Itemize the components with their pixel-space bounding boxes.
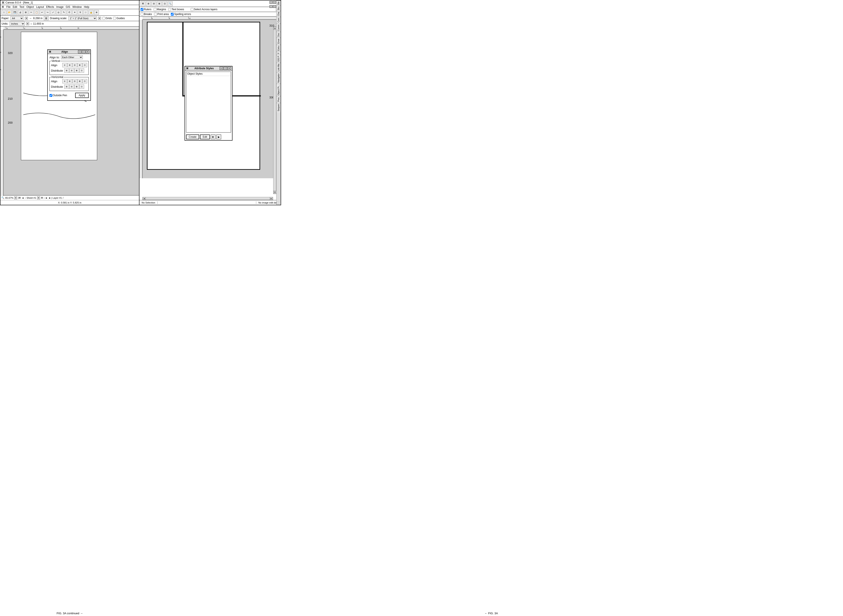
menu-edit[interactable]: Edit xyxy=(13,6,17,9)
attr-max-btn[interactable]: □ xyxy=(224,67,227,70)
toolbar-t3[interactable]: 📋 xyxy=(34,10,39,15)
drawing-scale-select[interactable]: 1" = 1" (Full Size) xyxy=(68,16,97,20)
attr-close-btn[interactable]: × xyxy=(228,67,231,70)
v-dist-btn1[interactable]: ⊞ xyxy=(64,68,69,73)
tab-sequen[interactable]: Sequen xyxy=(277,103,281,112)
sheet-fwd[interactable]: › xyxy=(44,197,45,199)
tab-comm[interactable]: Comm xyxy=(277,23,281,32)
sheet-right[interactable]: ► xyxy=(45,197,48,199)
grids-checkbox[interactable] xyxy=(102,16,105,20)
select-across-checkbox[interactable] xyxy=(191,8,193,11)
sheet-dropdown[interactable]: ▼ xyxy=(37,197,40,199)
units-select[interactable]: inches xyxy=(10,22,25,26)
win-min2[interactable]: — xyxy=(269,5,272,8)
menu-gis[interactable]: GIS xyxy=(66,6,71,9)
h-dist-btn2[interactable]: ⊟ xyxy=(69,84,74,89)
scroll-left-btn[interactable]: ◄ xyxy=(143,197,146,200)
toolbar-t10[interactable]: ✦ xyxy=(72,10,77,15)
attr-listbox[interactable]: Object Styles xyxy=(186,72,231,133)
toolbar-t6[interactable]: ⤢ xyxy=(50,10,55,15)
spelling-checkbox[interactable] xyxy=(171,13,174,16)
paper-select[interactable]: A4 xyxy=(10,16,24,20)
textboxes-checkbox[interactable] xyxy=(168,8,171,11)
right-scrollbar-v[interactable]: ▲ ▼ xyxy=(273,26,276,194)
scroll-right-btn[interactable]: ► xyxy=(270,197,273,200)
toolbar-t13[interactable]: 🔒 xyxy=(89,10,93,15)
menu-window[interactable]: Window xyxy=(72,6,82,9)
toolbar-t1[interactable]: ⊞ xyxy=(23,10,28,15)
rulers-checkbox[interactable] xyxy=(141,8,143,11)
menu-object[interactable]: Object xyxy=(26,6,34,9)
v-dist-btn3[interactable]: ⊠ xyxy=(74,68,79,73)
toolbar-t9[interactable]: ✆ xyxy=(67,10,72,15)
h-align-btn4[interactable]: ⊠ xyxy=(77,79,82,84)
h-align-btn1[interactable]: ⊘ xyxy=(62,79,67,84)
align-min-btn[interactable]: — xyxy=(78,50,81,53)
v-dist-btn4[interactable]: ⊡ xyxy=(79,68,84,73)
new-btn[interactable]: □ xyxy=(1,10,6,15)
align-close-btn[interactable]: × xyxy=(86,50,89,53)
r-toolbar-t2[interactable]: ⊞ xyxy=(146,1,151,6)
tab-extru[interactable]: Extru xyxy=(277,45,281,51)
trash-icon-btn[interactable]: 🗑 xyxy=(211,135,215,139)
toolbar-t8[interactable]: ✎ xyxy=(62,10,66,15)
tab-ble[interactable]: Ble xyxy=(277,0,281,6)
v-align-btn4[interactable]: ⊠ xyxy=(77,63,82,67)
tab-com[interactable]: Com xyxy=(277,17,281,23)
tab-navigator[interactable]: Navigator xyxy=(277,72,281,84)
tab-objectpr[interactable]: Object Pr... xyxy=(277,84,281,96)
v-align-btn3[interactable]: ⊟ xyxy=(72,63,77,67)
dropdown-arrow-scale[interactable]: ▼ xyxy=(98,17,101,20)
toolbar-t14[interactable]: ⊕ xyxy=(94,10,99,15)
dropdown-arrow-paper[interactable]: ▼ xyxy=(25,17,28,20)
arrow-icon-btn[interactable]: ▶ xyxy=(216,135,221,139)
align-max-btn[interactable]: □ xyxy=(82,50,85,53)
h-dist-btn4[interactable]: ⊡ xyxy=(79,84,84,89)
align-to-select[interactable]: Each Other xyxy=(61,55,83,59)
win-max[interactable]: □ xyxy=(273,1,276,4)
toolbar-t11[interactable]: ✞ xyxy=(78,10,82,15)
scroll-down-btn[interactable]: ▼ xyxy=(274,191,277,194)
scroll-up-btn[interactable]: ▲ xyxy=(274,27,277,30)
menu-help[interactable]: Help xyxy=(84,6,89,9)
tab-gis[interactable]: GIS P xyxy=(277,55,281,63)
h-dist-btn3[interactable]: ⊠ xyxy=(74,84,79,89)
menu-image[interactable]: Image xyxy=(56,6,63,9)
open-btn[interactable]: 📂 xyxy=(7,10,12,15)
sheet-left[interactable]: ◄ xyxy=(22,197,24,199)
menu-effects[interactable]: Effects xyxy=(46,6,54,9)
outside-pen-checkbox[interactable] xyxy=(50,94,52,97)
menu-file[interactable]: File xyxy=(6,6,10,9)
zoom-dropdown[interactable]: ▼ xyxy=(14,197,17,199)
menu-layout[interactable]: Layout xyxy=(36,6,44,9)
tab-f[interactable]: F xyxy=(277,51,281,55)
toolbar-t5[interactable]: ↪ xyxy=(45,10,50,15)
r-toolbar-t6[interactable]: 🔍 xyxy=(168,1,172,6)
right-scrollbar-h[interactable]: ◄ ► xyxy=(143,197,273,200)
print-area-checkbox[interactable] xyxy=(154,13,157,16)
v-align-btn2[interactable]: ⊞ xyxy=(67,63,72,67)
tab-enve[interactable]: Enve xyxy=(277,38,281,45)
edit-btn[interactable]: Edit xyxy=(200,135,210,139)
guides-checkbox[interactable] xyxy=(113,16,116,20)
v-align-btn1[interactable]: ⊘ xyxy=(62,63,67,67)
r-toolbar-t1[interactable]: ⌘ xyxy=(141,1,145,6)
save-btn[interactable]: 💾 xyxy=(12,10,17,15)
v-dist-btn2[interactable]: ⊟ xyxy=(69,68,74,73)
tab-bru[interactable]: Bru xyxy=(277,6,281,11)
v-align-btn5[interactable]: ⊡ xyxy=(82,63,87,67)
tab-cha[interactable]: Cha xyxy=(277,11,281,17)
margins-checkbox[interactable] xyxy=(154,8,156,11)
print-btn[interactable]: 🖨 xyxy=(18,10,23,15)
breaks-checkbox[interactable] xyxy=(141,13,143,16)
win-min[interactable]: — xyxy=(269,1,272,4)
h-dist-btn1[interactable]: ⊞ xyxy=(64,84,69,89)
r-toolbar-t4[interactable]: ⊠ xyxy=(157,1,162,6)
tab-linkma[interactable]: Link Ma xyxy=(277,63,281,72)
dropdown-arrow-units[interactable]: ▼ xyxy=(26,22,29,25)
h-align-btn2[interactable]: ⊞ xyxy=(67,79,72,84)
toolbar-t2[interactable]: ✂ xyxy=(29,10,34,15)
h-align-btn3[interactable]: ⊟ xyxy=(72,79,77,84)
attr-min-btn[interactable]: — xyxy=(220,67,223,70)
sheet-back[interactable]: ‹ xyxy=(25,197,26,199)
